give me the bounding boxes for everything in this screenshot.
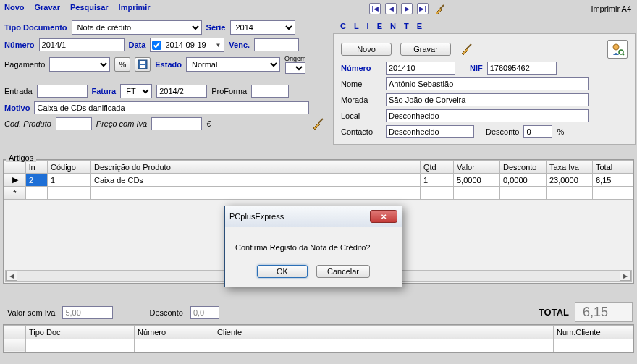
cancel-button[interactable]: Cancelar (316, 265, 370, 278)
dialog-backdrop: PCplusExpress ✕ Confirma Registo da Nota… (0, 0, 637, 364)
close-icon[interactable]: ✕ (370, 210, 397, 223)
ok-button[interactable]: OK (257, 265, 308, 278)
dialog-message: Confirma Registo da Nota de Crédito? (225, 227, 402, 258)
confirm-dialog: PCplusExpress ✕ Confirma Registo da Nota… (224, 206, 402, 287)
grid-title: Artigos (6, 153, 36, 162)
dialog-title: PCplusExpress (229, 212, 284, 221)
